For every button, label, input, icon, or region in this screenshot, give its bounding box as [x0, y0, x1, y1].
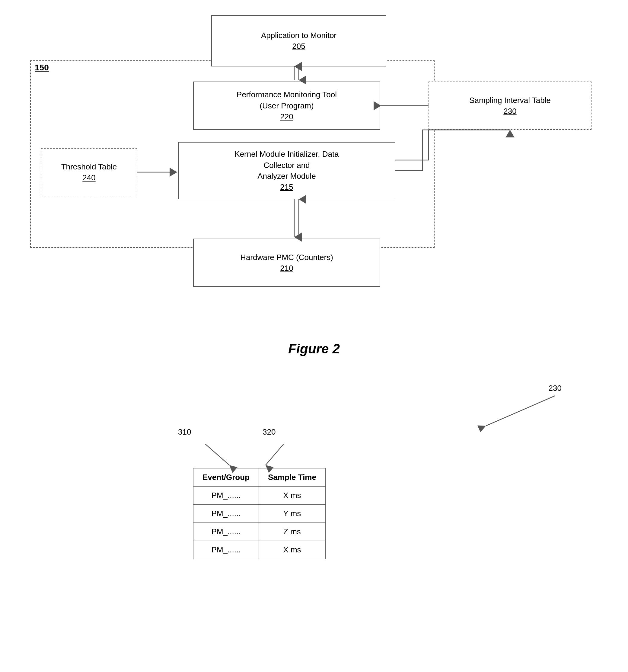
- sampling-interval-label: Sampling Interval Table: [469, 95, 551, 106]
- threshold-table-box: Threshold Table 240: [41, 148, 137, 196]
- svg-line-19: [486, 395, 555, 426]
- ref-label-320: 320: [262, 427, 276, 437]
- kernel-module-box: Kernel Module Initializer, DataCollector…: [178, 142, 395, 199]
- hardware-pmc-box: Hardware PMC (Counters) 210: [193, 239, 380, 287]
- svg-line-20: [205, 444, 229, 465]
- figure2-caption: Figure 2: [0, 341, 628, 356]
- col-header-sample-time: Sample Time: [259, 469, 326, 486]
- sample-time-cell-4: X ms: [259, 541, 326, 559]
- threshold-table-label: Threshold Table: [61, 161, 117, 172]
- hardware-pmc-label: Hardware PMC (Counters): [240, 252, 333, 263]
- table-row: PM_...... X ms: [194, 541, 326, 559]
- outer-box-label: 150: [35, 63, 49, 72]
- app-to-monitor-number: 205: [292, 41, 305, 52]
- sample-time-cell-3: Z ms: [259, 523, 326, 541]
- sampling-interval-number: 230: [503, 106, 516, 117]
- app-to-monitor-box: Application to Monitor 205: [211, 15, 386, 67]
- event-cell-4: PM_......: [194, 541, 259, 559]
- perf-monitoring-number: 220: [280, 111, 293, 122]
- ref-label-310: 310: [178, 427, 191, 437]
- hardware-pmc-number: 210: [280, 263, 293, 273]
- perf-monitoring-label: Performance Monitoring Tool(User Program…: [236, 89, 337, 111]
- event-cell-2: PM_......: [194, 505, 259, 523]
- figure3-diagram: 230 310 320 Event/Group Sample Time: [0, 365, 628, 672]
- event-cell-1: PM_......: [194, 486, 259, 505]
- figure2-diagram: 150 Application to Monitor 205 Performan…: [0, 0, 628, 332]
- svg-line-21: [266, 444, 284, 465]
- threshold-table-number: 240: [82, 172, 95, 183]
- kernel-module-number: 215: [280, 182, 293, 192]
- figure2-title-text: Figure 2: [288, 341, 340, 356]
- kernel-module-label: Kernel Module Initializer, DataCollector…: [234, 149, 338, 182]
- col-header-event: Event/Group: [194, 469, 259, 486]
- table-row: PM_...... Z ms: [194, 523, 326, 541]
- sampling-interval-box: Sampling Interval Table 230: [429, 81, 592, 130]
- sampling-interval-table-container: Event/Group Sample Time PM_...... X ms P…: [193, 468, 326, 559]
- sample-time-cell-1: X ms: [259, 486, 326, 505]
- app-to-monitor-label: Application to Monitor: [261, 30, 336, 41]
- ref-label-230: 230: [549, 384, 561, 393]
- event-cell-3: PM_......: [194, 523, 259, 541]
- table-row: PM_...... X ms: [194, 486, 326, 505]
- table-header-row: Event/Group Sample Time: [194, 469, 326, 486]
- sampling-interval-table: Event/Group Sample Time PM_...... X ms P…: [193, 468, 326, 559]
- table-row: PM_...... Y ms: [194, 505, 326, 523]
- sample-time-cell-2: Y ms: [259, 505, 326, 523]
- perf-monitoring-box: Performance Monitoring Tool(User Program…: [193, 81, 380, 130]
